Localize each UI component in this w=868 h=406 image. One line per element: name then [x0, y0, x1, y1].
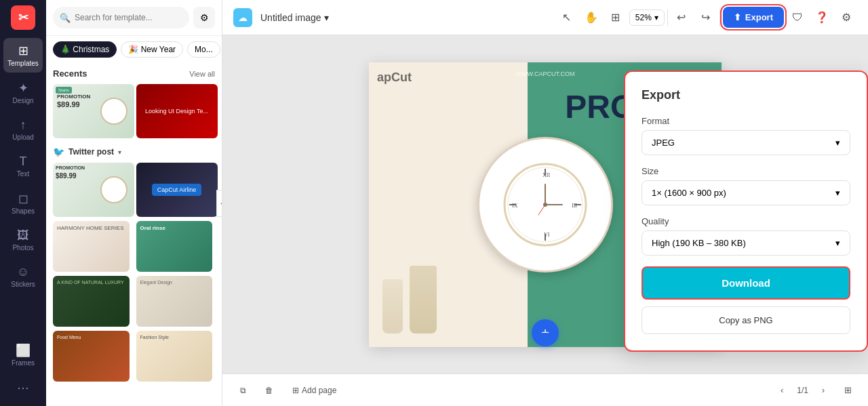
- svg-point-13: [543, 203, 547, 207]
- sidebar-item-expand[interactable]: ⋯: [3, 375, 43, 401]
- template-twitter-8[interactable]: Fashion Style: [136, 331, 213, 382]
- template-label: Looking UI Design Te...: [136, 84, 218, 138]
- format-arrow-icon: ▾: [835, 138, 840, 148]
- sidebar-item-design[interactable]: ✦ Design: [3, 75, 43, 110]
- section-arrow-icon[interactable]: ▾: [118, 148, 121, 156]
- template-twitter-7[interactable]: Food Menu: [53, 331, 130, 382]
- harmony-label: Elegant Design: [136, 276, 213, 289]
- fashion-label: Fashion Style: [136, 331, 213, 344]
- frames-icon: ⬜: [16, 343, 31, 358]
- category-newyear[interactable]: 🎉 New Year: [121, 41, 183, 58]
- quality-value: High (190 KB – 380 KB): [652, 238, 746, 248]
- sidebar-item-label: Photos: [12, 244, 33, 251]
- svg-text:III: III: [572, 203, 577, 209]
- quality-select[interactable]: High (190 KB – 380 KB) ▾: [642, 230, 850, 256]
- main-area: ☁ Untitled image ▾ ↖ ✋ ⊞ 52% ▾ ↩ ↪ ⬆ Exp…: [222, 0, 868, 406]
- tool-group: ↖ ✋ ⊞ 52% ▾ ↩ ↪ ⬆ Export 🛡 ❓ ⚙: [556, 7, 857, 28]
- sidebar-item-stickers[interactable]: ☺ Stickers: [3, 260, 43, 293]
- search-icon: 🔍: [60, 13, 71, 23]
- template-item-promo[interactable]: Starts PROMOTION $89.99: [53, 84, 134, 138]
- zoom-dropdown[interactable]: 52% ▾: [629, 9, 665, 26]
- template-twitter-6[interactable]: Elegant Design: [136, 276, 213, 327]
- recents-grid: Starts PROMOTION $89.99 Looking UI Desig…: [53, 84, 215, 138]
- category-christmas[interactable]: 🎄 Christmas: [53, 41, 117, 58]
- filter-button[interactable]: ⚙: [193, 7, 215, 28]
- export-panel-title: Export: [642, 88, 850, 102]
- help-button[interactable]: ❓: [811, 7, 833, 28]
- category-more[interactable]: Mo...: [187, 41, 220, 58]
- canvas-clock: XII III VI IX: [477, 137, 613, 272]
- page-next-button[interactable]: ›: [814, 381, 833, 400]
- settings-button[interactable]: ⚙: [835, 7, 857, 28]
- export-button[interactable]: ⬆ Export: [723, 7, 784, 28]
- size-value: 1× (1600 × 900 px): [652, 188, 726, 198]
- template-twitter-4[interactable]: Oral rinse: [136, 221, 213, 272]
- search-box[interactable]: 🔍: [53, 7, 189, 28]
- bath-label: HARMONY HOME SERIES: [53, 221, 130, 235]
- template-twitter-2[interactable]: CapCut Airline: [136, 163, 218, 217]
- template-twitter-3[interactable]: HARMONY HOME SERIES: [53, 221, 130, 272]
- add-page-label: Add page: [302, 386, 336, 395]
- twitter-section-header: 🐦 Twitter post ▾: [53, 146, 215, 157]
- sidebar-item-label: Text: [17, 170, 29, 178]
- recents-title: Recents: [53, 68, 87, 79]
- promo-badge: Starts: [56, 87, 72, 94]
- view-options-button[interactable]: ⊞: [605, 7, 627, 28]
- page-prev-button[interactable]: ‹: [772, 381, 791, 400]
- delete-button[interactable]: 🗑: [258, 380, 280, 401]
- format-select[interactable]: JPEG ▾: [642, 130, 850, 155]
- page-dot: [542, 333, 548, 338]
- format-label: Format: [642, 116, 850, 126]
- view-all-link[interactable]: View all: [189, 70, 215, 78]
- topbar-divider-2: [719, 9, 720, 26]
- delete-icon: 🗑: [265, 386, 273, 395]
- copy-png-button[interactable]: Copy as PNG: [642, 306, 850, 334]
- size-select[interactable]: 1× (1600 × 900 px) ▾: [642, 180, 850, 205]
- add-page-text-button[interactable]: ⊞ Add page: [285, 380, 343, 401]
- fit-page-button[interactable]: ⊞: [838, 381, 857, 400]
- category-tags: 🎄 Christmas 🎉 New Year Mo...: [46, 36, 222, 63]
- templates-panel: 🔍 ⚙ 🎄 Christmas 🎉 New Year Mo... Recents…: [46, 0, 222, 406]
- collapse-panel-button[interactable]: ◀: [216, 190, 222, 217]
- bottom-bar: ⧉ 🗑 ⊞ Add page ‹ 1/1 › ⊞: [222, 373, 868, 406]
- upload-icon: ↑: [20, 118, 26, 132]
- redo-button[interactable]: ↪: [695, 7, 717, 28]
- add-page-icon: ⊞: [292, 386, 299, 395]
- copy-icon: ⧉: [240, 386, 246, 395]
- sidebar-item-label: Stickers: [11, 281, 35, 288]
- sidebar-item-upload[interactable]: ↑ Upload: [3, 113, 43, 146]
- export-icon: ⬆: [734, 12, 741, 22]
- sidebar-item-photos[interactable]: 🖼 Photos: [3, 223, 43, 257]
- download-button[interactable]: Download: [642, 266, 850, 300]
- doc-icon: ☁: [233, 8, 252, 27]
- clock-small: [100, 176, 127, 203]
- sidebar-item-label: Templates: [7, 60, 39, 67]
- topbar: ☁ Untitled image ▾ ↖ ✋ ⊞ 52% ▾ ↩ ↪ ⬆ Exp…: [222, 0, 868, 35]
- search-input[interactable]: [75, 13, 182, 22]
- copy-button[interactable]: ⧉: [233, 380, 253, 401]
- app-logo: ✂: [11, 5, 35, 30]
- sidebar-item-shapes[interactable]: ◻ Shapes: [3, 186, 43, 220]
- templates-icon: ⊞: [18, 43, 28, 58]
- shield-button[interactable]: 🛡: [787, 7, 808, 28]
- undo-button[interactable]: ↩: [671, 7, 692, 28]
- export-label: Export: [745, 12, 773, 22]
- sidebar-item-frames[interactable]: ⬜ Frames: [3, 338, 43, 372]
- sidebar-item-label: Frames: [12, 359, 35, 367]
- sidebar-item-label: Design: [12, 97, 33, 104]
- select-tool-button[interactable]: ↖: [556, 7, 578, 28]
- sidebar-item-templates[interactable]: ⊞ Templates: [3, 38, 43, 73]
- template-twitter-1[interactable]: PROMOTION $89.99: [53, 163, 134, 217]
- expand-icon: ⋯: [17, 380, 29, 395]
- clock-thumb: [100, 98, 127, 125]
- sidebar-item-label: Shapes: [12, 207, 35, 215]
- watermark: apCut: [377, 70, 412, 85]
- template-item-red[interactable]: Looking UI Design Te...: [136, 84, 218, 138]
- sidebar-item-text[interactable]: T Text: [3, 149, 43, 183]
- zoom-arrow-icon: ▾: [654, 13, 658, 22]
- template-twitter-5[interactable]: A KIND OF NATURAL LUXURY: [53, 276, 130, 327]
- vase-decor-2: [382, 279, 403, 333]
- templates-content: Recents View all Starts PROMOTION $89.99…: [46, 63, 222, 406]
- hand-tool-button[interactable]: ✋: [580, 7, 602, 28]
- quality-arrow-icon: ▾: [835, 238, 840, 248]
